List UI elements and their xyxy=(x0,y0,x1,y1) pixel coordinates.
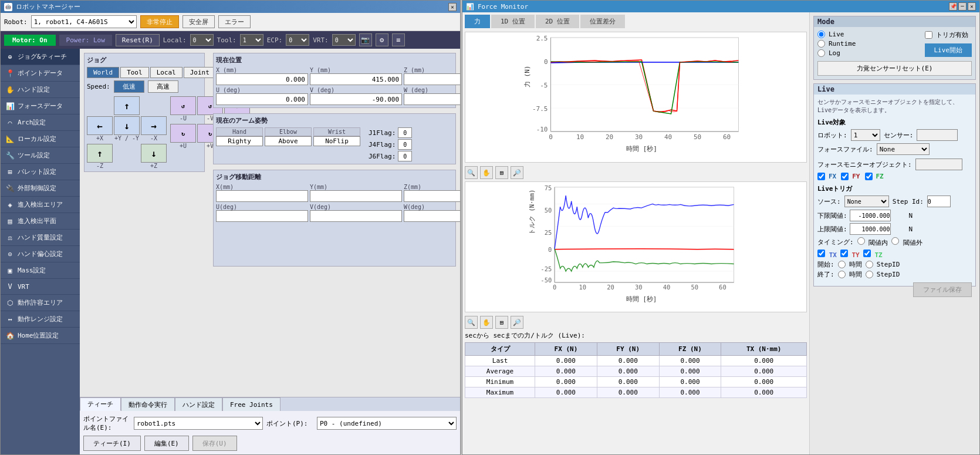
sidebar-item-local[interactable]: 📐 ローカル設定 xyxy=(1,131,80,147)
jd-z-value[interactable] xyxy=(404,190,460,202)
save-button[interactable]: 保存(U) xyxy=(192,436,237,451)
emergency-stop-button[interactable]: 非常停止 xyxy=(140,15,179,28)
jog-tab-local[interactable]: Local xyxy=(150,67,183,78)
sidebar-item-motion-range[interactable]: ↔ 動作レンジ設定 xyxy=(1,311,80,328)
radio-live[interactable] xyxy=(817,31,825,38)
reset-sensor-button[interactable]: 力覚センサーリセット(E) xyxy=(817,61,972,76)
sensor-input[interactable] xyxy=(917,129,958,141)
end-step-radio[interactable] xyxy=(866,271,873,278)
tab-free-joints[interactable]: Free Joints xyxy=(222,397,281,411)
j1flag-value[interactable] xyxy=(398,127,412,138)
power-low-button[interactable]: Power: Low xyxy=(59,35,112,46)
speed-high-btn[interactable]: 高速 xyxy=(148,80,178,93)
jog-minus-y-btn[interactable]: ↑ xyxy=(114,96,140,115)
j6flag-value[interactable] xyxy=(398,151,412,161)
sidebar-item-mass[interactable]: ▣ Mass設定 xyxy=(1,262,80,279)
sidebar-item-hand[interactable]: ✋ ハンド設定 xyxy=(1,82,80,98)
source-select[interactable]: None xyxy=(844,196,889,207)
start-time-radio[interactable] xyxy=(838,261,846,268)
jog-minus-u-btn[interactable]: ↺ xyxy=(170,96,196,115)
fy-checkbox-row[interactable]: FY xyxy=(841,173,860,180)
chart1-zoom-btn[interactable]: 🔍 xyxy=(465,166,478,179)
teach-button[interactable]: ティーチ(I) xyxy=(83,436,141,451)
sidebar-item-jog[interactable]: ⊕ ジョグ&ティーチ xyxy=(1,49,80,65)
fm-tab-force[interactable]: 力 xyxy=(465,15,490,28)
vrt-select[interactable]: 0 xyxy=(332,34,356,46)
end-time-radio[interactable] xyxy=(838,271,846,278)
chart1-hand-btn[interactable]: ✋ xyxy=(480,166,493,179)
force-file-select[interactable]: None xyxy=(877,143,930,155)
camera-icon[interactable]: 📷 xyxy=(359,33,372,46)
jog-plus-z-btn[interactable]: ↓ xyxy=(141,144,167,163)
tab-teach[interactable]: ティーチ xyxy=(80,397,121,411)
jd-u-value[interactable] xyxy=(216,210,308,222)
motor-on-button[interactable]: Motor: On xyxy=(4,35,56,46)
jog-minus-x-btn[interactable]: → xyxy=(141,116,167,135)
chart2-hand-btn[interactable]: ✋ xyxy=(480,316,493,329)
upper-limit-input[interactable] xyxy=(850,223,891,235)
fz-checkbox-row[interactable]: FZ xyxy=(865,173,884,180)
sidebar-item-force[interactable]: 📊 フォースデータ xyxy=(1,98,80,114)
jd-x-value[interactable] xyxy=(216,190,308,202)
settings-icon[interactable]: ⚙ xyxy=(376,33,388,46)
start-step-radio[interactable] xyxy=(866,261,873,268)
fy-checkbox[interactable] xyxy=(841,173,849,180)
edit-button[interactable]: 編集(E) xyxy=(144,436,189,451)
close-btn[interactable]: ✕ xyxy=(448,3,457,11)
jog-plus-u-btn[interactable]: ↻ xyxy=(170,124,196,143)
sidebar-item-motion-area[interactable]: ⬡ 動作許容エリア xyxy=(1,295,80,311)
chart2-zoom-btn[interactable]: 🔍 xyxy=(465,316,478,329)
radio-log[interactable] xyxy=(817,49,825,57)
jog-plus-x-btn[interactable]: ← xyxy=(87,116,113,135)
v-value[interactable] xyxy=(310,93,402,105)
tz-checkbox[interactable] xyxy=(863,250,871,257)
sidebar-item-external[interactable]: 🔌 外部制御設定 xyxy=(1,180,80,197)
ecp-select[interactable]: 0 xyxy=(286,34,309,46)
speed-low-btn[interactable]: 低速 xyxy=(114,80,144,93)
sidebar-item-pallet[interactable]: ⊞ パレット設定 xyxy=(1,164,80,180)
fm-minimize-btn[interactable]: ─ xyxy=(958,2,967,11)
jd-w-value[interactable] xyxy=(404,210,460,222)
timing-in-label[interactable]: 閾値内 xyxy=(857,237,888,247)
fx-checkbox-row[interactable]: FX xyxy=(817,173,836,180)
x-value[interactable] xyxy=(216,73,308,85)
j4flag-value[interactable] xyxy=(398,139,412,150)
point-file-select[interactable]: robot1.pts xyxy=(134,417,263,430)
timing-out-radio[interactable] xyxy=(891,237,899,245)
chart1-magnify-btn[interactable]: 🔎 xyxy=(511,166,523,179)
file-save-button[interactable]: ファイル保存 xyxy=(913,282,972,297)
fx-checkbox[interactable] xyxy=(817,173,825,180)
sidebar-item-entry-plane[interactable]: ▤ 進入検出平面 xyxy=(1,213,80,230)
jd-y-value[interactable] xyxy=(310,190,402,202)
fm-tab-2d[interactable]: 2D 位置 xyxy=(536,15,579,28)
safety-button[interactable]: 安全屏 xyxy=(183,15,215,28)
tab-hand-settings[interactable]: ハンド設定 xyxy=(175,397,222,411)
tool-select[interactable]: 1 xyxy=(240,34,263,46)
w-value[interactable] xyxy=(404,93,460,105)
jog-tab-world[interactable]: World xyxy=(87,67,119,78)
timing-in-radio[interactable] xyxy=(857,237,865,245)
sidebar-item-points[interactable]: 📍 ポイントデータ xyxy=(1,65,80,82)
sidebar-item-hand-eccentric[interactable]: ⊙ ハンド偏心設定 xyxy=(1,246,80,262)
radio-runtime[interactable] xyxy=(817,40,825,48)
reset-button[interactable]: Reset(R) xyxy=(116,34,160,46)
fm-pin-btn[interactable]: 📌 xyxy=(949,2,957,11)
jog-minus-y-center[interactable]: ↓ xyxy=(114,116,140,135)
jog-tab-tool[interactable]: Tool xyxy=(120,67,149,78)
ty-checkbox[interactable] xyxy=(840,250,848,257)
local-select[interactable]: 0 xyxy=(190,34,214,46)
fm-tab-1d[interactable]: 1D 位置 xyxy=(491,15,535,28)
timing-out-label[interactable]: 閾値外 xyxy=(891,237,922,247)
jog-minus-z-btn[interactable]: ↑ xyxy=(87,144,113,163)
list-icon[interactable]: ≡ xyxy=(392,33,405,46)
sidebar-item-vrt[interactable]: V VRT xyxy=(1,279,80,295)
y-value[interactable] xyxy=(310,73,402,85)
u-value[interactable] xyxy=(216,93,308,105)
sidebar-item-arch[interactable]: ⌒ Arch設定 xyxy=(1,114,80,131)
point-select[interactable]: P0 - (undefined) xyxy=(317,417,457,430)
robot-select[interactable]: 1, robot1, C4-A601S xyxy=(31,15,137,28)
sidebar-item-entry-area[interactable]: ◈ 進入検出エリア xyxy=(1,197,80,213)
step-id-input[interactable] xyxy=(927,196,951,207)
fm-tab-diff[interactable]: 位置差分 xyxy=(580,15,625,28)
fz-checkbox[interactable] xyxy=(865,173,873,180)
